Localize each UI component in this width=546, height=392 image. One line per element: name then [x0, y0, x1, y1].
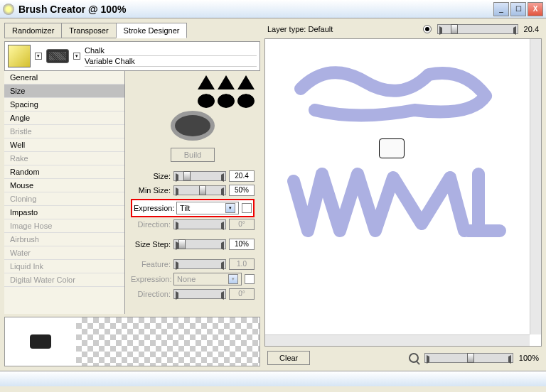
brush-category-dropdown-icon[interactable]: ▾ — [35, 53, 42, 60]
cat-liquid-ink[interactable]: Liquid Ink — [4, 260, 124, 273]
shape-3[interactable] — [237, 75, 255, 89]
cat-general[interactable]: General — [4, 71, 124, 85]
vertical-scrollbar[interactable] — [530, 39, 541, 334]
sizestep-slider[interactable] — [173, 239, 226, 249]
stroke-preview — [76, 317, 259, 366]
right-pane: Layer type: Default 20.4 Clear 100% — [264, 23, 542, 366]
cat-well[interactable]: Well — [4, 138, 124, 152]
cat-random[interactable]: Random — [4, 165, 124, 179]
shape-6[interactable] — [237, 94, 255, 108]
build-button: Build — [171, 148, 215, 162]
clear-button[interactable]: Clear — [267, 351, 310, 365]
statusbar — [0, 371, 546, 386]
cat-water[interactable]: Water — [4, 246, 124, 260]
minsize-value[interactable]: 50% — [229, 185, 255, 196]
properties-pane: Build Size: 20.4 Min Size: 50% Expressio… — [125, 71, 260, 314]
tab-stroke-designer[interactable]: Stroke Designer — [116, 23, 188, 38]
row-direction2: Direction: 0° — [131, 288, 255, 300]
cat-digital-water[interactable]: Digital Water Color — [4, 273, 124, 287]
dab-preview — [5, 317, 76, 366]
size-value[interactable]: 20.4 — [229, 170, 255, 182]
feature-slider — [173, 259, 226, 269]
horizontal-scrollbar[interactable] — [265, 334, 530, 346]
close-button[interactable]: X — [528, 2, 543, 16]
size-slider[interactable] — [173, 171, 226, 181]
shape-4[interactable] — [198, 94, 215, 108]
row-feature: Feature: 1.0 — [131, 258, 255, 270]
cat-impasto[interactable]: Impasto — [4, 206, 124, 219]
expression2-dropdown: None ▾ — [173, 273, 242, 285]
brush-variant-name: Variable Chalk — [85, 56, 257, 67]
top-size-value: 20.4 — [524, 25, 539, 33]
expression-label: Expression: — [134, 204, 173, 212]
mid-row: General Size Spacing Angle Bristle Well … — [4, 71, 260, 314]
brush-cursor — [379, 138, 405, 158]
brush-category-icon[interactable] — [8, 45, 31, 67]
category-list: General Size Spacing Angle Bristle Well … — [4, 71, 125, 314]
expression2-label: Expression: — [131, 275, 171, 283]
shape-row-2 — [131, 94, 255, 108]
brush-variant-dropdown-icon[interactable]: ▾ — [73, 53, 80, 60]
cat-image-hose[interactable]: Image Hose — [4, 219, 124, 233]
cat-cloning[interactable]: Cloning — [4, 192, 124, 206]
row-minsize: Min Size: 50% — [131, 185, 255, 196]
minsize-label: Min Size: — [131, 186, 171, 195]
shape-2[interactable] — [218, 75, 235, 89]
shape-row-1 — [131, 75, 255, 89]
brush-names: Chalk Variable Chalk — [85, 45, 257, 67]
cat-angle[interactable]: Angle — [4, 111, 124, 125]
zoom-value: 100% — [519, 354, 539, 362]
minimize-button[interactable]: _ — [493, 2, 509, 16]
shape-5[interactable] — [218, 94, 235, 108]
sizestep-value[interactable]: 10% — [229, 239, 255, 250]
direction2-slider — [173, 289, 226, 299]
stroke-sample-2 — [279, 160, 514, 245]
feature-label: Feature: — [131, 260, 171, 268]
shape-preview — [175, 115, 210, 136]
brush-variant-icon[interactable] — [46, 49, 69, 63]
expression-checkbox[interactable] — [242, 203, 252, 213]
expression-dropdown[interactable]: Tilt ▾ — [176, 202, 239, 214]
maximize-button[interactable]: ☐ — [510, 2, 526, 16]
row-size: Size: 20.4 — [131, 170, 255, 182]
canvas[interactable] — [264, 38, 542, 347]
expression2-value: None — [177, 275, 196, 283]
direction-value: 0° — [229, 219, 255, 230]
stroke-sample-1 — [287, 53, 500, 131]
tab-transposer[interactable]: Transposer — [61, 23, 116, 38]
direction2-label: Direction: — [131, 290, 171, 298]
minsize-slider[interactable] — [173, 185, 226, 195]
layertype-label: Layer type: Default — [267, 25, 333, 33]
direction-slider — [173, 219, 226, 229]
row-expression: Expression: Tilt ▾ — [131, 199, 255, 217]
dropdown-arrow-icon: ▾ — [225, 203, 235, 213]
brush-header: ▾ ▾ Chalk Variable Chalk — [4, 41, 260, 71]
direction-label: Direction: — [131, 220, 171, 229]
size-label: Size: — [131, 172, 171, 180]
cat-size[interactable]: Size — [4, 85, 124, 98]
content: Randomizer Transposer Stroke Designer ▾ … — [0, 18, 546, 371]
row-sizestep: Size Step: 10% — [131, 239, 255, 250]
cat-bristle[interactable]: Bristle — [4, 125, 124, 138]
row-direction: Direction: 0° — [131, 219, 255, 230]
layertype-radio[interactable] — [423, 25, 432, 33]
cat-spacing[interactable]: Spacing — [4, 98, 124, 111]
dab-mark — [30, 334, 51, 349]
app-icon — [3, 4, 14, 15]
dropdown-arrow-icon: ▾ — [228, 274, 238, 284]
brush-name: Chalk — [85, 45, 257, 56]
shape-1[interactable] — [198, 75, 215, 89]
left-pane: Randomizer Transposer Stroke Designer ▾ … — [4, 23, 260, 366]
feature-value: 1.0 — [229, 258, 255, 270]
tab-randomizer[interactable]: Randomizer — [4, 23, 62, 38]
titlebar: Brush Creator @ 100% _ ☐ X — [0, 0, 546, 18]
layertype-row: Layer type: Default 20.4 — [264, 23, 542, 36]
bottom-preview — [4, 317, 260, 366]
expression2-checkbox — [245, 274, 255, 284]
cat-mouse[interactable]: Mouse — [4, 179, 124, 192]
zoom-slider[interactable] — [424, 353, 513, 363]
zoom-icon — [409, 353, 419, 363]
top-size-slider[interactable] — [437, 24, 518, 34]
cat-rake[interactable]: Rake — [4, 152, 124, 165]
cat-airbrush[interactable]: Airbrush — [4, 233, 124, 246]
